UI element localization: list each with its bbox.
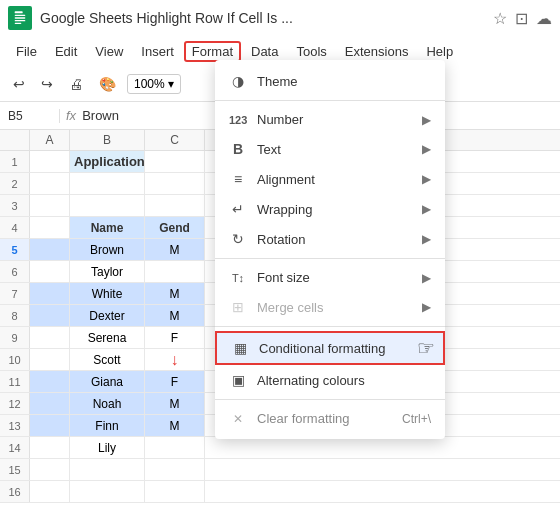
cell-1b[interactable]: Application o xyxy=(70,151,145,172)
redo-btn[interactable]: ↪ xyxy=(36,73,58,95)
zoom-box[interactable]: 100% ▾ xyxy=(127,74,181,94)
cell-13a[interactable] xyxy=(30,415,70,436)
menu-insert[interactable]: Insert xyxy=(133,41,182,62)
star-icon[interactable]: ☆ xyxy=(493,9,507,28)
formula-value: Brown xyxy=(82,108,119,123)
cell-9c[interactable]: F xyxy=(145,327,205,348)
cloud-icon[interactable]: ☁ xyxy=(536,9,552,28)
cell-5a[interactable] xyxy=(30,239,70,260)
cell-14b[interactable]: Lily xyxy=(70,437,145,458)
cell-12a[interactable] xyxy=(30,393,70,414)
cell-reference: B5 xyxy=(8,109,60,123)
cell-14c[interactable] xyxy=(145,437,205,458)
cell-1c[interactable] xyxy=(145,151,205,172)
cell-4b-header[interactable]: Name xyxy=(70,217,145,238)
cell-15c[interactable] xyxy=(145,459,205,480)
divider-1 xyxy=(215,100,445,101)
cell-4a[interactable] xyxy=(30,217,70,238)
row-num-15: 15 xyxy=(0,459,30,480)
cell-7c[interactable]: M xyxy=(145,283,205,304)
divider-3 xyxy=(215,326,445,327)
menu-alignment[interactable]: ≡ Alignment ▶ xyxy=(215,164,445,194)
text-icon: B xyxy=(229,141,247,157)
cell-3a[interactable] xyxy=(30,195,70,216)
wrapping-icon: ↵ xyxy=(229,201,247,217)
cell-16c[interactable] xyxy=(145,481,205,502)
menu-alternating-colors[interactable]: ▣ Alternating colours xyxy=(215,365,445,395)
menu-wrapping[interactable]: ↵ Wrapping ▶ xyxy=(215,194,445,224)
cell-4c-header[interactable]: Gend xyxy=(145,217,205,238)
clear-label: Clear formatting xyxy=(257,411,349,426)
cell-3c[interactable] xyxy=(145,195,205,216)
menu-help[interactable]: Help xyxy=(418,41,461,62)
clear-shortcut: Ctrl+\ xyxy=(402,412,431,426)
cell-6c[interactable] xyxy=(145,261,205,282)
cell-8a[interactable] xyxy=(30,305,70,326)
conditional-icon: ▦ xyxy=(231,340,249,356)
table-row: 15 xyxy=(0,459,560,481)
cell-2a[interactable] xyxy=(30,173,70,194)
cell-8c[interactable]: M xyxy=(145,305,205,326)
cell-16a[interactable] xyxy=(30,481,70,502)
cell-11c[interactable]: F xyxy=(145,371,205,392)
cell-1a[interactable] xyxy=(30,151,70,172)
menu-view[interactable]: View xyxy=(87,41,131,62)
menu-conditional-formatting[interactable]: ▦ Conditional formatting ☞ xyxy=(215,331,445,365)
menu-data[interactable]: Data xyxy=(243,41,286,62)
font-size-label: Font size xyxy=(257,270,310,285)
cell-2c[interactable] xyxy=(145,173,205,194)
cell-12b[interactable]: Noah xyxy=(70,393,145,414)
format-dropdown: ◑ Theme 123 Number ▶ B Text ▶ ≡ Alignmen… xyxy=(215,60,445,439)
undo-btn[interactable]: ↩ xyxy=(8,73,30,95)
cell-13b[interactable]: Finn xyxy=(70,415,145,436)
menu-format[interactable]: Format xyxy=(184,41,241,62)
row-num-2: 2 xyxy=(0,173,30,194)
cell-5c[interactable]: M xyxy=(145,239,205,260)
cell-10b[interactable]: Scott xyxy=(70,349,145,370)
cell-9a[interactable] xyxy=(30,327,70,348)
menu-edit[interactable]: Edit xyxy=(47,41,85,62)
cell-9b[interactable]: Serena xyxy=(70,327,145,348)
menu-font-size[interactable]: T↕ Font size ▶ xyxy=(215,263,445,292)
cell-7b[interactable]: White xyxy=(70,283,145,304)
cell-15b[interactable] xyxy=(70,459,145,480)
row-num-8: 8 xyxy=(0,305,30,326)
cell-10a[interactable] xyxy=(30,349,70,370)
divider-2 xyxy=(215,258,445,259)
cell-3b[interactable] xyxy=(70,195,145,216)
row-num-1: 1 xyxy=(0,151,30,172)
menu-rotation[interactable]: ↻ Rotation ▶ xyxy=(215,224,445,254)
alignment-arrow: ▶ xyxy=(422,172,431,186)
cell-12c[interactable]: M xyxy=(145,393,205,414)
menu-text[interactable]: B Text ▶ xyxy=(215,134,445,164)
cell-6b[interactable]: Taylor xyxy=(70,261,145,282)
cell-15a[interactable] xyxy=(30,459,70,480)
cell-11b[interactable]: Giana xyxy=(70,371,145,392)
menu-clear-formatting[interactable]: ✕ Clear formatting Ctrl+\ xyxy=(215,404,445,433)
paint-btn[interactable]: 🎨 xyxy=(94,73,121,95)
menu-file[interactable]: File xyxy=(8,41,45,62)
menu-extensions[interactable]: Extensions xyxy=(337,41,417,62)
clear-icon: ✕ xyxy=(229,412,247,426)
menu-theme[interactable]: ◑ Theme xyxy=(215,66,445,96)
cell-10c[interactable]: ↓ xyxy=(145,349,205,370)
cell-8b[interactable]: Dexter xyxy=(70,305,145,326)
menu-tools[interactable]: Tools xyxy=(288,41,334,62)
cell-16b[interactable] xyxy=(70,481,145,502)
svg-rect-4 xyxy=(15,23,22,24)
folder-icon[interactable]: ⊡ xyxy=(515,9,528,28)
cell-14a[interactable] xyxy=(30,437,70,458)
cursor-hand-icon: ☞ xyxy=(417,336,435,360)
print-btn[interactable]: 🖨 xyxy=(64,73,88,95)
cell-13c[interactable]: M xyxy=(145,415,205,436)
cell-7a[interactable] xyxy=(30,283,70,304)
menu-merge-cells[interactable]: ⊞ Merge cells ▶ xyxy=(215,292,445,322)
text-arrow: ▶ xyxy=(422,142,431,156)
cell-11a[interactable] xyxy=(30,371,70,392)
cell-2b[interactable] xyxy=(70,173,145,194)
cell-6a[interactable] xyxy=(30,261,70,282)
menu-number[interactable]: 123 Number ▶ xyxy=(215,105,445,134)
cell-5b[interactable]: Brown xyxy=(70,239,145,260)
svg-rect-1 xyxy=(15,15,26,16)
alignment-icon: ≡ xyxy=(229,171,247,187)
